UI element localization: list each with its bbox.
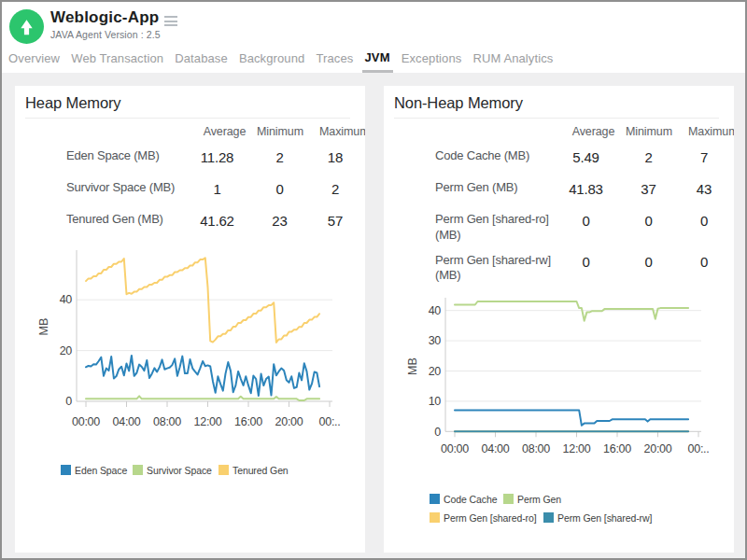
y-tick-label: 20 — [429, 365, 442, 378]
legend-label: Perm Gen [shared-rw] — [557, 512, 652, 524]
legend-label: Survivor Space — [147, 465, 212, 476]
app-header: Weblogic-App JAVA Agent Version : 2.5 Ov… — [2, 2, 745, 73]
x-tick-label: 00:.. — [319, 415, 341, 428]
y-tick-label: 0 — [65, 395, 72, 408]
x-tick-label: 12:00 — [194, 415, 222, 428]
legend-item-survivor-space[interactable]: Survivor Space — [133, 465, 212, 476]
tab-traces[interactable]: Traces — [313, 44, 356, 73]
x-tick-label: 08:00 — [153, 415, 181, 428]
heap-memory-chart: 0204000:0004:0008:0012:0016:0020:0000:..… — [15, 86, 365, 553]
tab-background[interactable]: Background — [236, 44, 307, 73]
menu-bar — [164, 24, 177, 26]
tab-rum-analytics[interactable]: RUM Analytics — [471, 44, 557, 73]
y-tick-label: 20 — [60, 344, 73, 357]
menu-bar — [164, 16, 177, 18]
legend-swatch-icon — [133, 465, 143, 475]
x-tick-label: 04:00 — [482, 442, 510, 455]
legend-swatch-icon — [218, 465, 229, 475]
y-tick-label: 30 — [429, 334, 442, 347]
y-tick-label: 40 — [429, 304, 442, 317]
x-tick-label: 00:00 — [441, 442, 469, 455]
x-tick-label: 04:00 — [113, 415, 141, 428]
x-tick-label: 12:00 — [563, 442, 591, 455]
non-heap-memory-panel: Non-Heap MemoryAverageMinimumMaximumCode… — [384, 86, 734, 553]
legend-label: Code Cache — [444, 494, 497, 505]
tab-bar: OverviewWeb TransactionDatabaseBackgroun… — [3, 44, 558, 73]
x-tick-label: 00:00 — [72, 415, 100, 428]
legend-swatch-icon — [543, 512, 554, 523]
legend-label: Eden Space — [75, 465, 127, 476]
legend-item-code-cache[interactable]: Code Cache — [430, 494, 497, 505]
tab-exceptions[interactable]: Exceptions — [399, 44, 465, 73]
legend-swatch-icon — [503, 494, 514, 504]
y-tick-label: 0 — [434, 426, 441, 439]
x-tick-label: 16:00 — [603, 442, 631, 455]
legend-item-perm-gen-shared-ro-[interactable]: Perm Gen [shared-ro] — [430, 512, 537, 524]
series-line-eden-space — [86, 356, 319, 396]
y-tick-label: 40 — [60, 293, 73, 306]
y-axis-title: MB — [37, 318, 50, 336]
menu-bar — [164, 21, 177, 22]
apm-dashboard: {"header":{"title":"Weblogic-App","subti… — [0, 0, 747, 560]
agent-version-label: JAVA Agent Version : 2.5 — [50, 29, 161, 40]
series-line-survivor-space — [86, 396, 319, 400]
hamburger-menu-icon[interactable] — [164, 16, 177, 27]
legend-item-tenured-gen[interactable]: Tenured Gen — [218, 465, 289, 476]
x-tick-label: 00:.. — [688, 442, 710, 455]
legend-swatch-icon — [430, 494, 440, 504]
y-tick-label: 10 — [429, 395, 442, 408]
up-arrow-icon — [9, 9, 44, 44]
legend-label: Tenured Gen — [233, 465, 289, 476]
y-axis-title: MB — [406, 357, 419, 375]
x-tick-label: 20:00 — [275, 415, 303, 428]
tab-web-transaction[interactable]: Web Transaction — [68, 44, 166, 73]
series-line-perm-gen — [455, 301, 688, 321]
series-line-code-cache — [455, 411, 688, 426]
heap-memory-panel: Heap MemoryAverageMinimumMaximumEden Spa… — [15, 86, 365, 553]
non-heap-memory-chart: 01020304000:0004:0008:0012:0016:0020:000… — [384, 86, 734, 553]
x-tick-label: 16:00 — [234, 415, 262, 428]
legend-label: Perm Gen [shared-ro] — [444, 512, 537, 524]
x-tick-label: 08:00 — [522, 442, 550, 455]
legend-item-perm-gen-shared-rw-[interactable]: Perm Gen [shared-rw] — [543, 512, 652, 524]
legend-label: Perm Gen — [517, 494, 561, 505]
tab-jvm[interactable]: JVM — [362, 44, 393, 73]
app-status-icon — [9, 9, 44, 44]
app-title: Weblogic-App — [50, 8, 159, 27]
legend-item-eden-space[interactable]: Eden Space — [61, 465, 127, 476]
tab-overview[interactable]: Overview — [6, 44, 63, 73]
legend-swatch-icon — [61, 465, 71, 475]
x-tick-label: 20:00 — [644, 442, 672, 455]
legend-item-perm-gen[interactable]: Perm Gen — [503, 494, 561, 505]
legend-swatch-icon — [430, 512, 440, 523]
tab-database[interactable]: Database — [172, 44, 230, 73]
